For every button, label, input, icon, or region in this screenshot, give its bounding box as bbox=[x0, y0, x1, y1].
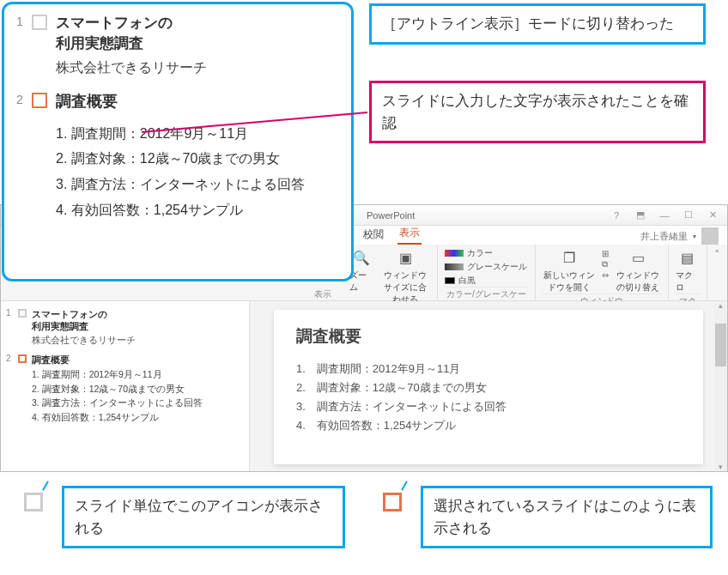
p-slide2-item[interactable]: 1. 調査期間：2012年9月～11月 bbox=[32, 367, 244, 382]
user-area: 井上香緒里 ▾ bbox=[640, 227, 719, 245]
slide-number-1: 1 bbox=[16, 13, 32, 28]
ribbon-group-window: ❐ 新しいウィンドウを開く ⊞ ⧉ ⇔ ▭ ウィンドウの切り替え ウィンドウ bbox=[536, 245, 668, 300]
slide2-item: 1. 調査期間：2012年9月～11月 bbox=[56, 121, 339, 147]
switch-window-label: ウィンドウの切り替え bbox=[616, 269, 661, 294]
grayscale-label: グレースケール bbox=[467, 261, 527, 273]
p-slide-num-1: 1 bbox=[6, 308, 16, 318]
cascade-icon[interactable]: ⧉ bbox=[602, 259, 609, 269]
macro-button[interactable]: ▤ マクロ bbox=[676, 247, 701, 294]
split-icon[interactable]: ⇔ bbox=[602, 270, 609, 280]
maximize-button[interactable]: ☐ bbox=[679, 209, 698, 221]
help-button[interactable]: ? bbox=[607, 209, 626, 221]
slide1-subtitle: 株式会社できるリサーチ bbox=[56, 59, 339, 77]
scroll-up-icon[interactable]: ▴ bbox=[719, 301, 723, 310]
fit-window-icon: ▣ bbox=[395, 247, 416, 268]
display-group-label: 表示 bbox=[297, 288, 349, 306]
bw-label: 白黒 bbox=[458, 275, 476, 287]
callout-icon-per-slide-text: スライド単位でこのアイコンが表示される bbox=[75, 498, 323, 536]
callout-icon-per-slide: スライド単位でこのアイコンが表示される bbox=[62, 486, 345, 548]
p-slide1-title[interactable]: スマートフォンの 利用実態調査 bbox=[32, 308, 107, 333]
tab-review[interactable]: 校閲 bbox=[361, 225, 385, 245]
legend-selected-slide-icon bbox=[383, 493, 402, 511]
slide-body-list[interactable]: 1. 調査期間：2012年9月～11月 2. 調査対象：12歳～70歳までの男女… bbox=[296, 360, 681, 435]
ribbon-group-zoom: 🔍 ズーム ▣ ウィンドウ サイズに合わせる ズーム bbox=[343, 245, 437, 300]
p-slide2-item[interactable]: 4. 有効回答数：1,254サンプル bbox=[32, 410, 244, 425]
new-window-label: 新しいウィンドウを開く bbox=[543, 269, 594, 294]
minimize-button[interactable]: ― bbox=[655, 209, 674, 221]
macro-icon: ▤ bbox=[677, 247, 698, 268]
fit-window-button[interactable]: ▣ ウィンドウ サイズに合わせる bbox=[381, 247, 430, 306]
new-window-icon: ❐ bbox=[559, 247, 579, 268]
callout-outline-mode-text: ［アウトライン表示］モードに切り替わった bbox=[382, 15, 674, 32]
vertical-scrollbar[interactable]: ▴ ▾ bbox=[714, 301, 727, 471]
slide1-title: スマートフォンの 利用実態調査 bbox=[56, 13, 173, 54]
slide2-item: 4. 有効回答数：1,254サンプル bbox=[56, 197, 339, 223]
grayscale-swatch-icon bbox=[445, 263, 464, 270]
slide-body-item[interactable]: 4. 有効回答数：1,254サンプル bbox=[296, 416, 681, 435]
user-name: 井上香緒里 bbox=[640, 230, 688, 243]
legend-normal-icon-box bbox=[19, 487, 48, 517]
magnifier-icon: 🔍 bbox=[351, 247, 372, 268]
app-title: PowerPoint bbox=[367, 210, 415, 221]
fit-window-label: ウィンドウ サイズに合わせる bbox=[381, 269, 430, 306]
ribbon-group-macro: ▤ マクロ マクロ bbox=[669, 245, 708, 300]
slide-icon-selected bbox=[32, 93, 47, 108]
arrange-all-icon[interactable]: ⊞ bbox=[602, 249, 609, 258]
legend-normal-slide-icon bbox=[24, 493, 43, 511]
scroll-down-icon[interactable]: ▾ bbox=[719, 463, 723, 471]
slide-body-item[interactable]: 1. 調査期間：2012年9月～11月 bbox=[296, 360, 681, 378]
callout-text-shown-text: スライドに入力した文字が表示されたことを確認 bbox=[382, 93, 689, 131]
slide2-item: 3. 調査方法：インターネットによる回答 bbox=[56, 172, 339, 197]
scrollbar-thumb[interactable] bbox=[715, 324, 726, 366]
bw-swatch-icon bbox=[445, 277, 455, 284]
slide-canvas[interactable]: 調査概要 1. 調査期間：2012年9月～11月 2. 調査対象：12歳～70歳… bbox=[274, 310, 703, 464]
color-button[interactable]: カラー bbox=[445, 247, 529, 259]
user-avatar-icon[interactable] bbox=[701, 227, 719, 245]
slide-number-2: 2 bbox=[16, 91, 32, 106]
callout-outline-mode: ［アウトライン表示］モードに切り替わった bbox=[369, 3, 706, 45]
outline-pane[interactable]: 1 スマートフォンの 利用実態調査 株式会社できるリサーチ 2 調査概要 1. … bbox=[1, 301, 250, 471]
callout-selected-slide-text: 選択されているスライドはこのように表示される bbox=[434, 498, 696, 536]
legend-selected-icon-box bbox=[378, 487, 407, 517]
color-label: カラー bbox=[467, 247, 493, 259]
new-window-button[interactable]: ❐ 新しいウィンドウを開く bbox=[543, 247, 594, 294]
slide2-item: 2. 調査対象：12歳～70歳までの男女 bbox=[56, 146, 339, 172]
p-slide1-subtitle[interactable]: 株式会社できるリサーチ bbox=[32, 335, 244, 347]
callout-selected-slide: 選択されているスライドはこのように表示される bbox=[421, 486, 713, 548]
close-button[interactable]: ✕ bbox=[703, 209, 722, 221]
slide2-item-list: 1. 調査期間：2012年9月～11月 2. 調査対象：12歳～70歳までの男女… bbox=[56, 121, 339, 222]
callout-text-shown: スライドに入力した文字が表示されたことを確認 bbox=[369, 81, 706, 143]
tab-view[interactable]: 表示 bbox=[397, 223, 422, 245]
switch-window-button[interactable]: ▭ ウィンドウの切り替え bbox=[616, 247, 661, 294]
slide-body-item[interactable]: 3. 調査方法：インターネットによる回答 bbox=[296, 397, 681, 416]
ribbon-expand-button[interactable]: ˄ bbox=[707, 245, 727, 300]
ribbon-collapse-button[interactable]: ⬒ bbox=[631, 209, 650, 221]
p-slide-num-2: 2 bbox=[6, 354, 16, 363]
p-slide-icon-normal[interactable] bbox=[18, 309, 27, 318]
p-slide-icon-selected[interactable] bbox=[18, 354, 27, 363]
p-slide2-title[interactable]: 調査概要 bbox=[32, 354, 70, 366]
slide-icon-normal bbox=[32, 15, 47, 30]
slide2-title: 調査概要 bbox=[56, 91, 118, 112]
p-slide2-item[interactable]: 2. 調査対象：12歳～70歳までの男女 bbox=[32, 382, 244, 396]
p-slide2-item[interactable]: 3. 調査方法：インターネットによる回答 bbox=[32, 396, 244, 410]
slide-body-item[interactable]: 2. 調査対象：12歳～70歳までの男女 bbox=[296, 378, 681, 397]
switch-window-icon: ▭ bbox=[628, 247, 648, 268]
macro-label: マクロ bbox=[676, 269, 701, 294]
grayscale-button[interactable]: グレースケール bbox=[445, 261, 529, 273]
ribbon-group-color: カラー グレースケール 白黒 カラー/グレースケール bbox=[438, 245, 537, 300]
bw-button[interactable]: 白黒 bbox=[445, 275, 529, 287]
enlarged-outline-panel: 1 スマートフォンの 利用実態調査 株式会社できるリサーチ 2 調査概要 1. … bbox=[2, 2, 354, 281]
p-slide2-list[interactable]: 1. 調査期間：2012年9月～11月 2. 調査対象：12歳～70歳までの男女… bbox=[32, 367, 244, 425]
color-swatch-icon bbox=[445, 250, 464, 257]
slide-title[interactable]: 調査概要 bbox=[296, 325, 681, 348]
window-controls: ? ⬒ ― ☐ ✕ bbox=[607, 209, 722, 221]
slide-editor-area[interactable]: 調査概要 1. 調査期間：2012年9月～11月 2. 調査対象：12歳～70歳… bbox=[250, 301, 727, 471]
